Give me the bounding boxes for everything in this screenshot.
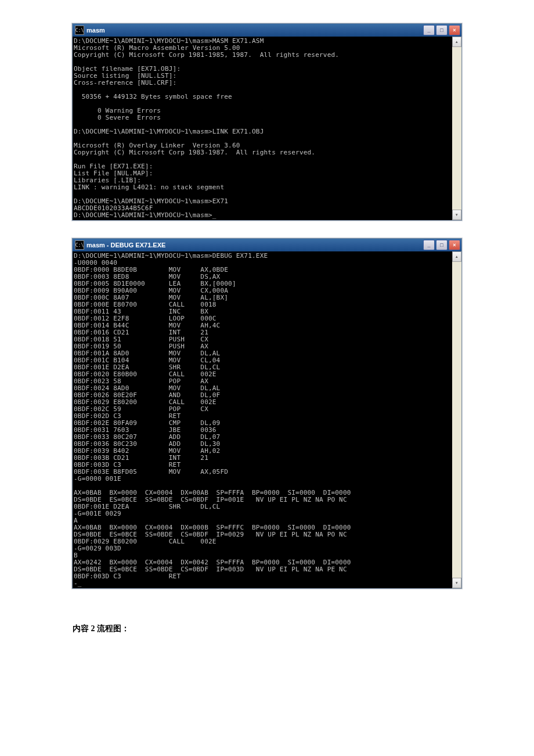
terminal-window-masm: C:\ masm _ □ × D:\DOCUME~1\ADMINI~1\MYDO…: [72, 23, 462, 221]
terminal-window-debug: C:\ masm - DEBUG EX71.EXE _ □ × D:\DOCUM…: [72, 238, 462, 589]
window-title: masm: [86, 27, 423, 34]
scroll-up-button[interactable]: ▴: [452, 37, 461, 47]
app-icon: C:\: [75, 26, 84, 35]
terminal-output[interactable]: D:\DOCUME~1\ADMINI~1\MYDOCU~1\masm>DEBUG…: [74, 253, 451, 587]
titlebar[interactable]: C:\ masm - DEBUG EX71.EXE _ □ ×: [73, 239, 461, 251]
scrollbar[interactable]: ▴ ▾: [452, 37, 461, 220]
app-icon: C:\: [75, 240, 84, 250]
close-button[interactable]: ×: [449, 240, 460, 250]
minimize-button[interactable]: _: [423, 240, 435, 250]
terminal-output[interactable]: D:\DOCUME~1\ADMINI~1\MYDOCU~1\masm>MASM …: [74, 38, 451, 219]
close-button[interactable]: ×: [449, 25, 460, 35]
maximize-button[interactable]: □: [436, 240, 448, 250]
window-controls: _ □ ×: [423, 25, 460, 35]
terminal-body: D:\DOCUME~1\ADMINI~1\MYDOCU~1\masm>MASM …: [73, 37, 461, 220]
window-controls: _ □ ×: [423, 240, 460, 250]
terminal-body: D:\DOCUME~1\ADMINI~1\MYDOCU~1\masm>DEBUG…: [73, 251, 461, 588]
scroll-track[interactable]: [452, 47, 461, 210]
titlebar[interactable]: C:\ masm _ □ ×: [73, 24, 461, 37]
maximize-button[interactable]: □: [436, 25, 448, 35]
scroll-up-button[interactable]: ▴: [452, 251, 461, 262]
scrollbar[interactable]: ▴ ▾: [452, 251, 461, 588]
window-title: masm - DEBUG EX71.EXE: [86, 242, 423, 249]
scroll-down-button[interactable]: ▾: [452, 210, 461, 220]
scroll-track[interactable]: [452, 262, 461, 578]
minimize-button[interactable]: _: [423, 25, 435, 35]
page-caption: 内容 2 流程图：: [73, 624, 461, 634]
scroll-down-button[interactable]: ▾: [452, 578, 461, 588]
